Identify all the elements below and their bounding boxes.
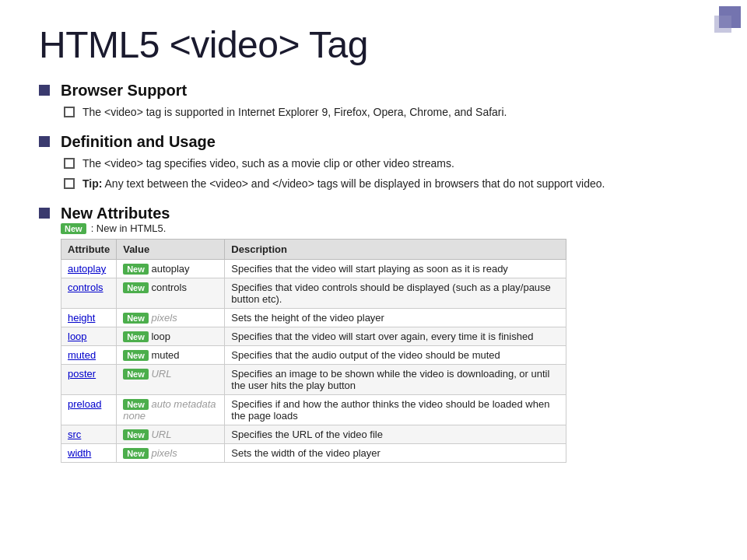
- table-row: srcNew URLSpecifies the URL of the video…: [61, 425, 566, 444]
- new-badge-note: New: New in HTML5.: [61, 222, 708, 234]
- bullet-square-new-attributes: [39, 208, 50, 219]
- section-label-definition-usage: Definition and Usage: [61, 133, 216, 150]
- bullet-square-browser-support: [39, 85, 50, 96]
- table-cell-attribute[interactable]: width: [61, 444, 117, 463]
- table-row: posterNew URLSpecifies an image to be sh…: [61, 365, 566, 395]
- sub-text-du-1: The <video> tag specifies video, such as…: [82, 156, 454, 172]
- sub-text-du-2: Tip: Any text between the <video> and </…: [82, 176, 605, 192]
- table-cell-value: New muted: [117, 346, 225, 365]
- row-new-badge: New: [123, 264, 149, 275]
- row-new-badge: New: [123, 350, 149, 361]
- table-cell-attribute[interactable]: controls: [61, 278, 117, 309]
- section-label-browser-support: Browser Support: [61, 82, 187, 99]
- table-cell-description: Specifies if and how the author thinks t…: [225, 395, 566, 425]
- table-row: autoplayNew autoplaySpecifies that the v…: [61, 260, 566, 278]
- row-new-badge: New: [123, 448, 149, 459]
- section-list: Browser SupportThe <video> tag is suppor…: [39, 82, 708, 463]
- table-cell-value: New URL: [117, 365, 225, 395]
- table-row: preloadNew auto metadata noneSpecifies i…: [61, 395, 566, 425]
- sub-item-du-2: Tip: Any text between the <video> and </…: [61, 176, 708, 192]
- attributes-table: AttributeValueDescriptionautoplayNew aut…: [61, 239, 566, 463]
- table-row: widthNew pixelsSets the width of the vid…: [61, 444, 566, 463]
- row-new-badge: New: [123, 369, 149, 380]
- table-cell-description: Specifies that the audio output of the v…: [225, 346, 566, 365]
- row-new-badge: New: [123, 429, 149, 440]
- table-cell-description: Specifies that video controls should be …: [225, 278, 566, 309]
- row-new-badge: New: [123, 399, 149, 410]
- table-cell-description: Sets the height of the video player: [225, 309, 566, 327]
- table-cell-value: New URL: [117, 425, 225, 444]
- table-row: heightNew pixelsSets the height of the v…: [61, 309, 566, 327]
- sub-item-du-1: The <video> tag specifies video, such as…: [61, 156, 708, 172]
- row-new-badge: New: [123, 282, 149, 293]
- table-row: loopNew loopSpecifies that the video wil…: [61, 327, 566, 346]
- sub-bullet-du-1: [64, 158, 75, 169]
- table-header-description: Description: [225, 240, 566, 260]
- sub-item-bs-1: The <video> tag is supported in Internet…: [61, 104, 708, 121]
- table-cell-value: New controls: [117, 278, 225, 309]
- table-cell-attribute[interactable]: autoplay: [61, 260, 117, 278]
- sub-bullet-du-2: [64, 178, 75, 189]
- table-cell-value: New auto metadata none: [117, 395, 225, 425]
- section-item-new-attributes: New AttributesNew: New in HTML5.Attribut…: [39, 205, 708, 463]
- sub-text-bs-1: The <video> tag is supported in Internet…: [82, 104, 507, 121]
- sub-bullet-bs-1: [64, 107, 75, 117]
- table-cell-value: New pixels: [117, 444, 225, 463]
- table-cell-description: Specifies an image to be shown while the…: [225, 365, 566, 395]
- section-item-definition-usage: Definition and UsageThe <video> tag spec…: [39, 133, 708, 197]
- table-cell-attribute[interactable]: loop: [61, 327, 117, 346]
- table-cell-description: Specifies that the video will start over…: [225, 327, 566, 346]
- table-header-attribute: Attribute: [61, 240, 117, 260]
- new-badge-icon: New: [61, 223, 86, 234]
- corner-decoration: [700, 0, 747, 47]
- table-row: controlsNew controlsSpecifies that video…: [61, 278, 566, 309]
- table-cell-attribute[interactable]: preload: [61, 395, 117, 425]
- table-cell-description: Sets the width of the video player: [225, 444, 566, 463]
- table-cell-attribute[interactable]: src: [61, 425, 117, 444]
- row-new-badge: New: [123, 313, 149, 324]
- table-cell-attribute[interactable]: height: [61, 309, 117, 327]
- section-label-new-attributes: New Attributes: [61, 205, 170, 222]
- section-item-browser-support: Browser SupportThe <video> tag is suppor…: [39, 82, 708, 125]
- table-cell-description: Specifies the URL of the video file: [225, 425, 566, 444]
- table-cell-attribute[interactable]: muted: [61, 346, 117, 365]
- table-cell-description: Specifies that the video will start play…: [225, 260, 566, 278]
- table-cell-value: New autoplay: [117, 260, 225, 278]
- page-title: HTML5 <video> Tag: [39, 23, 708, 66]
- table-cell-value: New pixels: [117, 309, 225, 327]
- bullet-square-definition-usage: [39, 136, 50, 147]
- table-header-value: Value: [117, 240, 225, 260]
- row-new-badge: New: [123, 331, 149, 342]
- table-cell-attribute[interactable]: poster: [61, 365, 117, 395]
- table-row: mutedNew mutedSpecifies that the audio o…: [61, 346, 566, 365]
- table-cell-value: New loop: [117, 327, 225, 346]
